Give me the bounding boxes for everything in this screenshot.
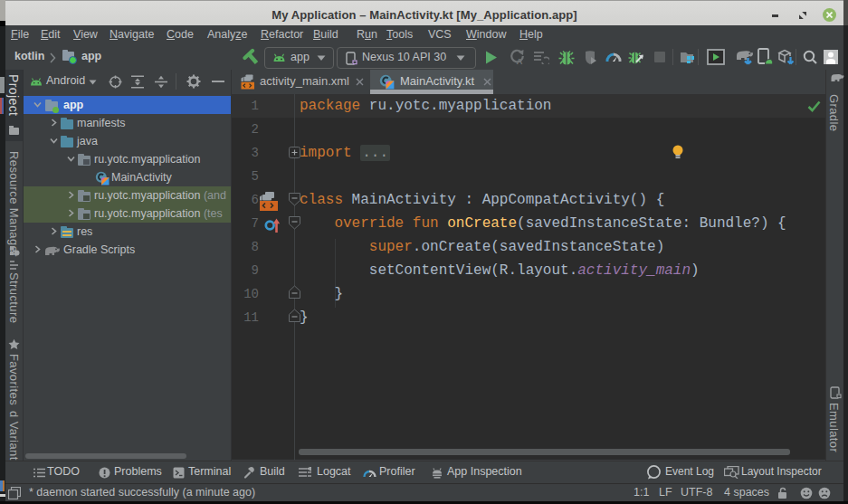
svg-text:A: A [517,56,523,65]
